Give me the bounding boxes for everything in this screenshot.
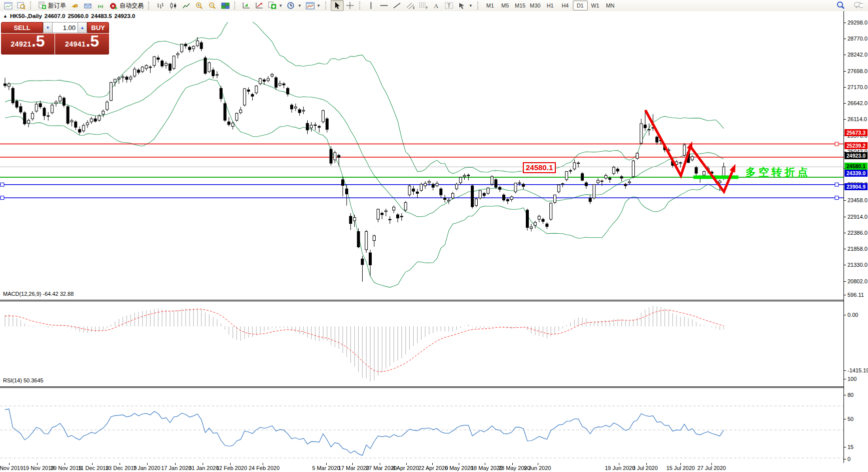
data-window-button[interactable] <box>15 0 28 11</box>
charts-window-button[interactable] <box>2 0 15 11</box>
volume-input[interactable]: 1.00 <box>53 22 78 33</box>
timeframe-button-m1[interactable]: M1 <box>483 1 498 11</box>
cursor-button[interactable] <box>331 0 344 11</box>
dropdown-arrow-icon[interactable]: ▼ <box>279 4 283 8</box>
toolbar-right <box>834 0 865 11</box>
indicators-button[interactable] <box>240 0 253 11</box>
arrows-button[interactable]: ▼ <box>456 0 475 11</box>
timeframe-button-h4[interactable]: H4 <box>558 1 573 11</box>
fibonacci-button[interactable]: F <box>417 0 430 11</box>
channel-button[interactable]: E <box>404 0 417 11</box>
vertical-line-button[interactable] <box>365 0 378 11</box>
objects-button[interactable] <box>253 0 266 11</box>
new-order-icon <box>38 2 47 10</box>
line-handle[interactable] <box>1 183 4 186</box>
sell-button[interactable]: SELL <box>1 22 43 33</box>
text-button[interactable]: A <box>430 0 443 11</box>
auto-trading-icon <box>109 2 118 10</box>
candlestick-chart-button[interactable] <box>167 0 180 11</box>
volume-increase-button[interactable]: ▲ <box>78 22 87 33</box>
chart-window[interactable] <box>0 11 868 472</box>
candles[interactable] <box>4 37 725 282</box>
date-tick-label: 24 Feb 2020 <box>249 465 280 471</box>
periods-button[interactable]: ▼ <box>285 0 304 11</box>
auto-trading-button[interactable]: 自动交易 <box>107 0 146 11</box>
bollinger-bands[interactable] <box>5 22 724 287</box>
pane-separator[interactable] <box>0 301 843 301</box>
timeframe-button-h1[interactable]: H1 <box>543 1 558 11</box>
ohlc-close: 24923.0 <box>115 13 136 19</box>
sell-price[interactable]: 24921 .5 <box>1 34 55 55</box>
tile-windows-button[interactable] <box>219 0 232 11</box>
rsi-axis-tick <box>844 395 846 395</box>
objects-icon <box>255 2 264 10</box>
date-tick-label: 5 Mar 2020 <box>312 465 340 471</box>
timeframe-button-m15[interactable]: M15 <box>513 1 528 11</box>
crosshair-button[interactable] <box>344 0 357 11</box>
price-axis[interactable]: 29298.028770.028242.027698.027170.026642… <box>844 11 868 463</box>
price-annotation-box[interactable]: 24580.1 <box>523 162 556 173</box>
horizontal-line-23904.9[interactable] <box>0 196 843 200</box>
line-handle[interactable] <box>1 196 4 200</box>
mailbox-icon <box>83 2 92 10</box>
trend-reversal-text[interactable]: 多空转折点 <box>745 165 810 179</box>
templates-button[interactable]: ▼ <box>304 0 323 11</box>
date-tick-label: 7 Nov 2019 <box>0 465 23 471</box>
crosshair-icon <box>346 2 355 10</box>
zoom-out-button[interactable] <box>206 0 219 11</box>
line-handle[interactable] <box>835 196 838 200</box>
price-badge-23904.9: 23904.9 <box>844 183 867 190</box>
timeframe-button-mn[interactable]: MN <box>603 1 618 11</box>
zigzag-arrow[interactable] <box>645 110 691 176</box>
text-label-button[interactable]: T <box>443 0 456 11</box>
dropdown-arrow-icon[interactable]: ▼ <box>298 4 302 8</box>
price-tick-label: 28770.0 <box>847 36 867 42</box>
date-tick-label: 22 Apr 2020 <box>418 465 448 471</box>
new-order-button[interactable]: 新订单 <box>36 0 68 11</box>
line-handle[interactable] <box>835 142 838 146</box>
news-button[interactable] <box>68 0 81 11</box>
buy-price[interactable]: 24941 .5 <box>55 34 109 55</box>
date-tick-label: 6 May 2020 <box>445 465 473 471</box>
dropdown-arrow-icon[interactable]: ▼ <box>317 4 321 8</box>
timeframe-button-m30[interactable]: M30 <box>528 1 543 11</box>
pane-separator[interactable] <box>0 387 843 388</box>
pane-separator[interactable] <box>0 300 843 300</box>
main-price-pane[interactable] <box>0 22 843 300</box>
pane-separator[interactable] <box>0 386 843 387</box>
panel-toggle-icon[interactable]: ▲ <box>3 14 8 19</box>
volume-decrease-button[interactable]: ▼ <box>43 22 53 33</box>
buy-button[interactable]: BUY <box>87 22 109 33</box>
horizontal-line-button[interactable] <box>378 0 391 11</box>
chat-button[interactable] <box>852 0 865 11</box>
dropdown-arrow-icon[interactable]: ▼ <box>469 4 473 8</box>
trendline-button[interactable] <box>391 0 404 11</box>
macd-pane[interactable] <box>0 300 843 386</box>
toolbar-grip <box>359 2 362 10</box>
rsi-pane[interactable] <box>0 386 843 472</box>
text-icon: A <box>432 2 441 10</box>
mt4-application: 新订单自动交易▼▼▼EFAT▼M1M5M15M30H1H4D1W1MN 2929… <box>0 0 868 472</box>
add-indicator-button[interactable]: ▼ <box>266 0 285 11</box>
mailbox-button[interactable] <box>81 0 94 11</box>
toolbar-grip <box>148 2 151 10</box>
timeframe-button-m5[interactable]: M5 <box>498 1 513 11</box>
timeframe-button-w1[interactable]: W1 <box>588 1 603 11</box>
zoom-in-button[interactable] <box>193 0 206 11</box>
ohlc-low: 24483.5 <box>91 13 112 19</box>
search-button[interactable] <box>834 0 847 11</box>
date-tick-label: 8 Apr 2020 <box>392 465 419 471</box>
indicators-icon <box>242 2 251 10</box>
bar-chart-button[interactable] <box>154 0 167 11</box>
date-tick-label: 19 Jun 2020 <box>605 465 635 471</box>
date-tick-label: 12 Feb 2020 <box>216 465 247 471</box>
line-handle[interactable] <box>835 183 838 186</box>
timeframe-button-d1[interactable]: D1 <box>573 1 588 11</box>
horizontal-line-icon <box>380 2 389 10</box>
date-axis[interactable]: 7 Nov 201919 Nov 201929 Nov 201911 Dec 2… <box>0 463 868 472</box>
price-tick-label: 22386.0 <box>847 230 867 236</box>
line-chart-button[interactable] <box>180 0 193 11</box>
date-tick-label: 9 Jun 2020 <box>524 465 551 471</box>
tile-windows-icon <box>221 2 230 10</box>
signal-button[interactable] <box>94 0 107 11</box>
